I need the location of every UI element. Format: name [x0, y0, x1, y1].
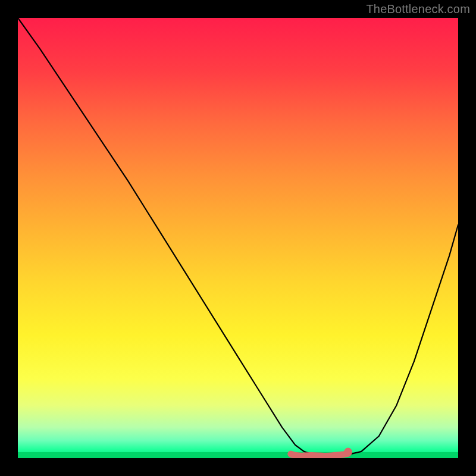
attribution-text: TheBottleneck.com	[366, 2, 470, 16]
flat-marker-segment	[291, 453, 348, 456]
plot-area	[18, 18, 458, 458]
flat-marker-dot	[344, 448, 352, 456]
bottleneck-curve	[18, 18, 458, 457]
chart-wrapper: TheBottleneck.com	[0, 0, 476, 476]
curve-svg	[18, 18, 458, 458]
